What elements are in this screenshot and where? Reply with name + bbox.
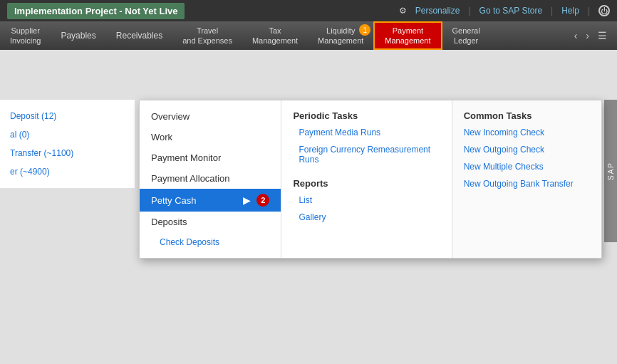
nav-payment-management[interactable]: PaymentManagement	[373, 21, 442, 50]
go-to-sap-store-link[interactable]: Go to SAP Store	[479, 6, 543, 16]
sidebar-al[interactable]: al (0)	[0, 125, 135, 144]
dropdown-item-deposits[interactable]: Deposits	[140, 212, 281, 232]
sidebar: Deposit (12) al (0) Transfer (~1100) er …	[0, 100, 135, 188]
nav-liquidity-management[interactable]: LiquidityManagement 1	[308, 21, 373, 50]
dropdown-item-new-outgoing-bank-transfer[interactable]: New Outgoing Bank Transfer	[452, 175, 601, 192]
dropdown-item-overview[interactable]: Overview	[140, 106, 281, 127]
dropdown-item-payment-monitor[interactable]: Payment Monitor	[140, 147, 281, 168]
nav-next-arrow[interactable]: ›	[583, 28, 592, 43]
step-badge-2: 2	[256, 194, 269, 207]
dropdown-menu: Overview Work Payment Monitor Payment Al…	[139, 100, 602, 259]
nav-travel-expenses[interactable]: Traveland Expenses	[172, 21, 242, 50]
dropdown-item-gallery[interactable]: Gallery	[281, 209, 451, 226]
common-tasks-title: Common Tasks	[452, 106, 601, 124]
dropdown-item-payment-allocation[interactable]: Payment Allocation	[140, 168, 281, 189]
main-area: Deposit (12) al (0) Transfer (~1100) er …	[0, 50, 617, 364]
top-bar-right: ⚙ Personalize | Go to SAP Store | Help |…	[399, 5, 610, 16]
dropdown-item-payment-media-runs[interactable]: Payment Media Runs	[281, 124, 451, 141]
sidebar-transfer[interactable]: Transfer (~1100)	[0, 144, 135, 162]
help-link[interactable]: Help	[561, 6, 579, 16]
power-icon[interactable]: ⏻	[598, 5, 610, 16]
dropdown-item-new-multiple-checks[interactable]: New Multiple Checks	[452, 158, 601, 175]
dropdown-item-check-deposits[interactable]: Check Deposits	[140, 232, 281, 252]
reports-title: Reports	[281, 174, 451, 192]
dropdown-item-new-incoming-check[interactable]: New Incoming Check	[452, 124, 601, 141]
sidebar-deposit[interactable]: Deposit (12)	[0, 107, 135, 125]
dropdown-item-work[interactable]: Work	[140, 127, 281, 147]
dropdown-right-column: Common Tasks New Incoming Check New Outg…	[452, 100, 601, 258]
sap-vertical-label: SAP	[604, 100, 617, 242]
nav-tax-management[interactable]: TaxManagement	[242, 21, 308, 50]
personalize-link[interactable]: Personalize	[415, 6, 460, 16]
nav-prev-arrow[interactable]: ‹	[571, 28, 581, 43]
dropdown-item-new-outgoing-check[interactable]: New Outgoing Check	[452, 141, 601, 158]
dropdown-item-foreign-currency[interactable]: Foreign Currency Remeasurement Runs	[281, 141, 451, 168]
liquidity-badge: 1	[359, 24, 370, 36]
top-bar: Implementation Project - Not Yet Live ⚙ …	[0, 0, 617, 21]
dropdown-left-column: Overview Work Payment Monitor Payment Al…	[140, 100, 281, 258]
nav-general-ledger[interactable]: GeneralLedger	[442, 21, 490, 50]
nav-supplier-invoicing[interactable]: SupplierInvoicing	[0, 21, 51, 50]
dropdown-item-list[interactable]: List	[281, 192, 451, 209]
petty-cash-arrow-icon: ▶	[243, 194, 251, 206]
nav-receivables[interactable]: Receivables	[106, 21, 172, 50]
dropdown-item-petty-cash[interactable]: Petty Cash ▶ 2	[140, 189, 281, 212]
app-logo: Implementation Project - Not Yet Live	[7, 3, 185, 19]
periodic-tasks-title: Periodic Tasks	[281, 106, 451, 124]
nav-payables[interactable]: Payables	[51, 21, 105, 50]
dropdown-middle-column: Periodic Tasks Payment Media Runs Foreig…	[281, 100, 452, 258]
personalize-icon: ⚙	[399, 6, 407, 16]
nav-arrows: ‹ › ☰	[571, 21, 617, 50]
sidebar-er[interactable]: er (~4900)	[0, 162, 135, 181]
nav-menu-icon[interactable]: ☰	[595, 28, 610, 43]
nav-bar: SupplierInvoicing Payables Receivables T…	[0, 21, 617, 50]
